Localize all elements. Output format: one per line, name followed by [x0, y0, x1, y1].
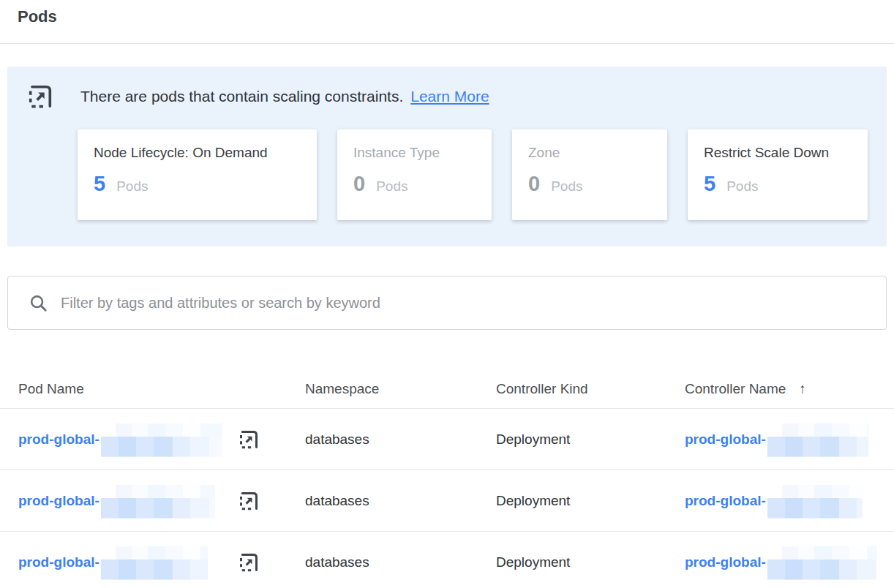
- redacted-pod-name: [101, 485, 215, 519]
- scale-out-icon[interactable]: [238, 551, 305, 573]
- card-count-row: 0 Pods: [353, 172, 476, 196]
- title-divider: [0, 43, 894, 44]
- pod-count: 5: [704, 172, 715, 196]
- card-title: Node Lifecycle: On Demand: [94, 145, 301, 161]
- scale-out-icon[interactable]: [238, 490, 305, 512]
- card-title: Zone: [528, 145, 651, 161]
- namespace-cell: databases: [305, 493, 496, 509]
- card-zone[interactable]: Zone 0 Pods: [512, 129, 667, 220]
- card-restrict-scale-down[interactable]: Restrict Scale Down 5 Pods: [688, 129, 868, 220]
- pod-count-unit: Pods: [116, 178, 148, 195]
- redacted-pod-name: [101, 546, 208, 580]
- pod-count: 0: [528, 172, 540, 196]
- controller-kind-cell: Deployment: [496, 493, 685, 509]
- pod-count-unit: Pods: [726, 178, 758, 195]
- pod-name-cell[interactable]: prod-global-: [18, 484, 238, 518]
- banner-header: There are pods that contain scaling cons…: [26, 83, 887, 110]
- pod-count: 5: [94, 172, 105, 196]
- table-row: prod-global- databases Deployment prod-g…: [0, 409, 894, 470]
- pod-count-unit: Pods: [551, 178, 582, 195]
- pod-name-link[interactable]: prod-global-: [18, 431, 99, 448]
- controller-kind-cell: Deployment: [496, 554, 685, 570]
- scale-out-icon: [26, 83, 54, 110]
- filter-bar[interactable]: [7, 276, 887, 330]
- redacted-controller-name: [767, 546, 877, 580]
- scaling-constraints-banner: There are pods that contain scaling cons…: [7, 67, 887, 246]
- card-count-row: 5 Pods: [94, 172, 301, 196]
- card-title: Instance Type: [353, 145, 476, 161]
- banner-message: There are pods that contain scaling cons…: [80, 88, 403, 105]
- page-title: Pods: [18, 7, 894, 26]
- namespace-cell: databases: [305, 431, 496, 448]
- table-row: prod-global- databases Deployment prod-g…: [0, 532, 894, 588]
- card-node-lifecycle-on-demand[interactable]: Node Lifecycle: On Demand 5 Pods: [78, 129, 317, 220]
- controller-name-link[interactable]: prod-global-: [685, 493, 766, 509]
- filter-search-input[interactable]: [61, 295, 886, 312]
- controller-name-link[interactable]: prod-global-: [685, 554, 766, 570]
- pod-count: 0: [353, 172, 365, 196]
- column-header-label: Controller Name: [685, 381, 786, 396]
- column-header-namespace[interactable]: Namespace: [305, 381, 496, 397]
- scale-out-cell: [238, 490, 305, 512]
- controller-name-cell[interactable]: prod-global-: [685, 484, 894, 518]
- table-row: prod-global- databases Deployment prod-g…: [0, 470, 894, 532]
- scale-out-icon[interactable]: [238, 429, 305, 451]
- column-header-controller-kind[interactable]: Controller Kind: [496, 381, 685, 397]
- sort-ascending-icon: ↑: [799, 381, 806, 397]
- controller-kind-cell: Deployment: [496, 431, 685, 448]
- card-count-row: 0 Pods: [528, 172, 651, 196]
- redacted-controller-name: [767, 423, 868, 457]
- pod-count-unit: Pods: [376, 178, 407, 195]
- controller-name-cell[interactable]: prod-global-: [685, 423, 894, 456]
- learn-more-link[interactable]: Learn More: [410, 88, 489, 105]
- controller-name-cell[interactable]: prod-global-: [685, 546, 894, 579]
- scale-out-cell: [238, 429, 305, 451]
- namespace-cell: databases: [305, 554, 496, 570]
- scale-out-cell: [238, 551, 305, 573]
- search-icon: [29, 293, 48, 313]
- card-count-row: 5 Pods: [704, 172, 852, 196]
- card-instance-type[interactable]: Instance Type 0 Pods: [337, 129, 492, 220]
- column-header-pod-name[interactable]: Pod Name: [18, 381, 305, 397]
- redacted-controller-name: [767, 485, 863, 519]
- pod-name-cell[interactable]: prod-global-: [18, 546, 238, 579]
- pod-name-link[interactable]: prod-global-: [18, 493, 99, 509]
- pods-table: Pod Name Namespace Controller Kind Contr…: [0, 330, 894, 588]
- column-header-controller-name[interactable]: Controller Name↑: [685, 381, 894, 397]
- redacted-pod-name: [101, 423, 222, 457]
- table-header-row: Pod Name Namespace Controller Kind Contr…: [0, 330, 894, 409]
- card-title: Restrict Scale Down: [704, 145, 852, 161]
- controller-name-link[interactable]: prod-global-: [685, 431, 766, 448]
- pod-name-cell[interactable]: prod-global-: [18, 423, 238, 456]
- constraint-cards: Node Lifecycle: On Demand 5 Pods Instanc…: [78, 129, 887, 220]
- pod-name-link[interactable]: prod-global-: [18, 554, 99, 570]
